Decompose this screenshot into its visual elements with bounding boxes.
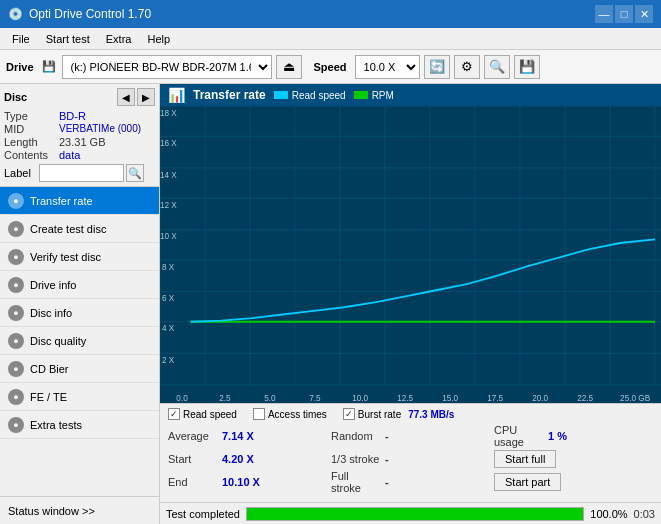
nav-item-disc-quality[interactable]: ●Disc quality <box>0 327 159 355</box>
nav-label-disc-quality: Disc quality <box>30 335 86 347</box>
svg-text:16 X: 16 X <box>160 137 177 148</box>
nav-item-verify-test-disc[interactable]: ●Verify test disc <box>0 243 159 271</box>
save-button[interactable]: 💾 <box>514 55 540 79</box>
nav-item-create-test-disc[interactable]: ●Create test disc <box>0 215 159 243</box>
svg-text:12.5: 12.5 <box>397 392 413 403</box>
filter-button[interactable]: 🔍 <box>484 55 510 79</box>
nav-icon-cd-bier: ● <box>8 361 24 377</box>
chart-icon: 📊 <box>168 87 185 103</box>
progress-text: 100.0% <box>590 508 627 520</box>
burst-rate-checkbox[interactable] <box>343 408 355 420</box>
status-window-button[interactable]: Status window >> <box>0 496 159 524</box>
svg-text:4 X: 4 X <box>162 323 174 334</box>
menu-file[interactable]: File <box>4 31 38 47</box>
average-label: Average <box>168 430 218 442</box>
stats-area: Read speed Access times Burst rate 77.3 … <box>160 403 661 502</box>
burst-rate-legend: Burst rate <box>358 409 401 420</box>
legend-row: Read speed Access times Burst rate 77.3 … <box>168 408 653 420</box>
nav-item-extra-tests[interactable]: ●Extra tests <box>0 411 159 439</box>
random-label: Random <box>331 430 381 442</box>
svg-text:17.5: 17.5 <box>487 392 503 403</box>
mid-label: MID <box>4 123 59 135</box>
label-button[interactable]: 🔍 <box>126 164 144 182</box>
chart-svg: 18 X 16 X 14 X 12 X 10 X 8 X 6 X 4 X 2 X… <box>160 106 661 403</box>
eject-button[interactable]: ⏏ <box>276 55 302 79</box>
access-times-legend: Access times <box>268 409 327 420</box>
svg-text:7.5: 7.5 <box>309 392 320 403</box>
read-speed-checkbox[interactable] <box>168 408 180 420</box>
title-bar: 💿 Opti Drive Control 1.70 — □ ✕ <box>0 0 661 28</box>
svg-rect-0 <box>160 106 661 403</box>
disc-icon-btn-1[interactable]: ◀ <box>117 88 135 106</box>
nav-icon-disc-info: ● <box>8 305 24 321</box>
speed-label: Speed <box>314 61 347 73</box>
stat-row-start-part: Start part <box>494 470 653 494</box>
menu-start-test[interactable]: Start test <box>38 31 98 47</box>
cpu-label: CPU usage <box>494 424 544 448</box>
time-text: 0:03 <box>634 508 655 520</box>
menu-extra[interactable]: Extra <box>98 31 140 47</box>
nav-label-fe-te: FE / TE <box>30 391 67 403</box>
minimize-button[interactable]: — <box>595 5 613 23</box>
toolbar: Drive 💾 (k:) PIONEER BD-RW BDR-207M 1.60… <box>0 50 661 84</box>
nav-label-drive-info: Drive info <box>30 279 76 291</box>
read-speed-legend: Read speed <box>183 409 237 420</box>
stats-grid: Average 7.14 X Random - CPU usage 1 % St… <box>168 424 653 494</box>
nav-label-verify-test-disc: Verify test disc <box>30 251 101 263</box>
drive-icon: 💾 <box>42 60 56 73</box>
onethird-label: 1/3 stroke <box>331 453 381 465</box>
nav-icon-drive-info: ● <box>8 277 24 293</box>
stat-row-end: End 10.10 X <box>168 470 327 494</box>
disc-panel: Disc ◀ ▶ Type BD-R MID VERBATIMe (000) L… <box>0 84 159 187</box>
length-label: Length <box>4 136 59 148</box>
svg-text:5.0: 5.0 <box>264 392 275 403</box>
nav-item-cd-bier[interactable]: ●CD Bier <box>0 355 159 383</box>
fullstroke-label: Full stroke <box>331 470 381 494</box>
rpm-legend-box <box>354 91 368 99</box>
burst-rate-value: 77.3 MB/s <box>408 409 454 420</box>
start-value: 4.20 X <box>222 453 262 465</box>
nav-item-drive-info[interactable]: ●Drive info <box>0 271 159 299</box>
close-button[interactable]: ✕ <box>635 5 653 23</box>
nav-label-transfer-rate: Transfer rate <box>30 195 93 207</box>
type-value: BD-R <box>59 110 86 122</box>
maximize-button[interactable]: □ <box>615 5 633 23</box>
progress-area: Test completed 100.0% 0:03 <box>160 502 661 524</box>
mid-value: VERBATIMe (000) <box>59 123 141 135</box>
drive-select[interactable]: (k:) PIONEER BD-RW BDR-207M 1.60 <box>62 55 272 79</box>
nav-label-disc-info: Disc info <box>30 307 72 319</box>
svg-text:8 X: 8 X <box>162 261 174 272</box>
label-input[interactable] <box>39 164 124 182</box>
svg-text:6 X: 6 X <box>162 293 174 304</box>
settings-button[interactable]: ⚙ <box>454 55 480 79</box>
main-layout: Disc ◀ ▶ Type BD-R MID VERBATIMe (000) L… <box>0 84 661 524</box>
nav-icon-disc-quality: ● <box>8 333 24 349</box>
svg-text:2 X: 2 X <box>162 354 174 365</box>
start-label: Start <box>168 453 218 465</box>
svg-text:14 X: 14 X <box>160 169 177 180</box>
stat-row-onethird: 1/3 stroke - <box>331 450 490 468</box>
refresh-button[interactable]: 🔄 <box>424 55 450 79</box>
stat-row-start-full: Start full <box>494 450 653 468</box>
end-value: 10.10 X <box>222 476 262 488</box>
menu-help[interactable]: Help <box>139 31 178 47</box>
nav-item-fe-te[interactable]: ●FE / TE <box>0 383 159 411</box>
speed-select[interactable]: 10.0 X <box>355 55 420 79</box>
read-speed-legend-label: Read speed <box>292 90 346 101</box>
stat-row-start: Start 4.20 X <box>168 450 327 468</box>
svg-text:10.0: 10.0 <box>352 392 368 403</box>
nav-item-transfer-rate[interactable]: ●Transfer rate <box>0 187 159 215</box>
nav-item-disc-info[interactable]: ●Disc info <box>0 299 159 327</box>
svg-text:25.0 GB: 25.0 GB <box>620 392 650 403</box>
access-times-checkbox[interactable] <box>253 408 265 420</box>
start-part-button[interactable]: Start part <box>494 473 561 491</box>
nav-icon-fe-te: ● <box>8 389 24 405</box>
nav-label-extra-tests: Extra tests <box>30 419 82 431</box>
progress-bar-container <box>246 507 584 521</box>
start-full-button[interactable]: Start full <box>494 450 556 468</box>
svg-text:10 X: 10 X <box>160 231 177 242</box>
onethird-value: - <box>385 453 425 465</box>
read-speed-legend-box <box>274 91 288 99</box>
disc-icon-btn-2[interactable]: ▶ <box>137 88 155 106</box>
fullstroke-value: - <box>385 476 425 488</box>
